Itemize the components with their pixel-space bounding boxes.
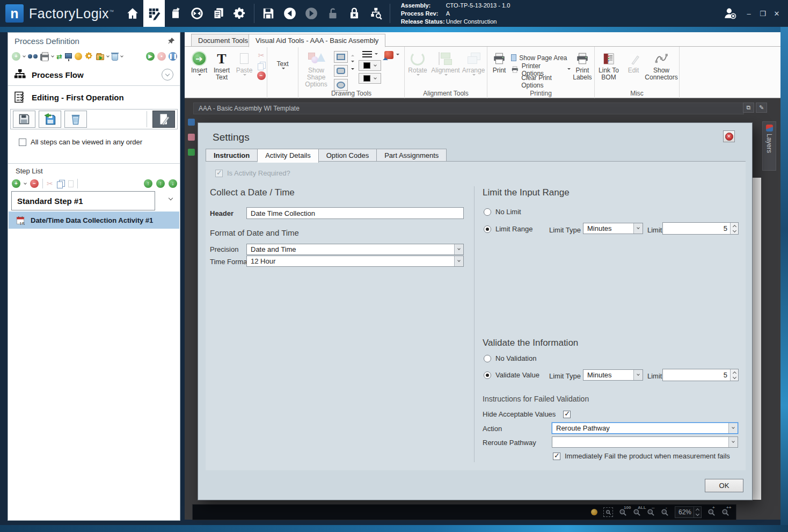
no-validation-radio[interactable]: [484, 355, 491, 362]
export-dropdown-icon[interactable]: [106, 54, 110, 57]
add-process-icon[interactable]: +: [12, 52, 20, 61]
compare-icon[interactable]: ⇄: [56, 53, 62, 61]
notify-icon[interactable]: [75, 53, 82, 60]
limit-value-stepper[interactable]: 5: [662, 222, 739, 235]
clear-print-options-button[interactable]: Clear Print Options: [511, 76, 571, 87]
delete-icon[interactable]: [112, 54, 118, 61]
immediately-fail-checkbox[interactable]: [553, 453, 560, 460]
pin-icon[interactable]: [167, 37, 176, 47]
move-step-down-icon[interactable]: ↓: [169, 179, 177, 188]
add-step-dropdown-icon[interactable]: [24, 181, 27, 185]
tab-option-codes[interactable]: Option Codes: [319, 149, 377, 162]
activity-row-selected[interactable]: 15 Date/Time Data Collection Activity #1: [9, 212, 179, 229]
line-style-button[interactable]: [362, 51, 378, 58]
release-icon[interactable]: ▶: [146, 52, 155, 61]
dialog-close-button[interactable]: ✕: [723, 130, 735, 142]
precision-select[interactable]: Date and Time: [246, 244, 464, 255]
export-icon[interactable]: [96, 54, 104, 60]
layers-tab[interactable]: Layers: [762, 121, 776, 171]
any-order-checkbox[interactable]: [19, 139, 26, 146]
zoom-selection-icon[interactable]: [603, 507, 613, 517]
alignment-button[interactable]: Alignment: [431, 49, 461, 77]
unlock-icon[interactable]: [322, 0, 344, 27]
limit-range-radio[interactable]: [484, 225, 491, 233]
line-color-picker[interactable]: [359, 60, 381, 71]
zoom-in-icon[interactable]: +: [707, 508, 716, 516]
remove-step-icon[interactable]: −: [30, 179, 39, 188]
move-step-up-icon[interactable]: ↑: [156, 179, 165, 188]
hold-icon[interactable]: ❚❚: [169, 52, 177, 61]
time-format-select[interactable]: 12 Hour: [246, 256, 464, 267]
stepper-arrows-icon[interactable]: [730, 223, 738, 234]
text-button[interactable]: Text: [270, 49, 296, 71]
tab-activity-details[interactable]: Activity Details: [258, 149, 319, 163]
validate-limit-stepper[interactable]: 5: [662, 369, 739, 381]
paste-icon[interactable]: [68, 180, 74, 187]
arrange-button[interactable]: Arrange: [461, 49, 486, 77]
insert-step-above-icon[interactable]: ↑: [144, 179, 152, 188]
add-step-icon[interactable]: +: [12, 179, 20, 188]
cut-icon[interactable]: ✂: [258, 51, 265, 60]
edit-operation-button[interactable]: [152, 111, 175, 128]
edit-template-icon[interactable]: ✎: [756, 103, 767, 113]
sync-icon[interactable]: [186, 0, 208, 27]
ok-button[interactable]: OK: [705, 479, 743, 492]
settings-gear-icon[interactable]: [229, 0, 251, 27]
no-limit-radio[interactable]: [484, 208, 491, 216]
cut-icon[interactable]: ✂: [47, 179, 53, 188]
tab-visual-aid-tools[interactable]: Visual Aid Tools - AAA - Basic Assembly: [249, 34, 385, 47]
add-dropdown-icon[interactable]: [23, 54, 26, 57]
show-shape-options-button[interactable]: Show Shape Options: [298, 49, 334, 88]
tab-document-tools[interactable]: Document Tools: [191, 34, 255, 47]
step-name-box[interactable]: Standard Step #1: [11, 191, 155, 210]
validate-value-radio[interactable]: [484, 371, 491, 379]
scroll-down-icon[interactable]: [351, 61, 354, 64]
home-icon[interactable]: [122, 0, 143, 27]
lock-cancel-icon[interactable]: [344, 0, 365, 27]
limit-type-select[interactable]: Minutes: [583, 223, 643, 234]
scroll-up-icon[interactable]: [351, 53, 354, 56]
insert-text-button[interactable]: T Insert Text: [210, 49, 233, 81]
copy-icon[interactable]: [258, 62, 265, 69]
process-settings-icon[interactable]: [85, 52, 93, 62]
back-icon[interactable]: [279, 0, 301, 27]
step-expand-icon[interactable]: [169, 196, 173, 200]
link-to-bom-button[interactable]: Link To BOM: [595, 49, 623, 81]
process-search-icon[interactable]: [365, 0, 386, 27]
print-dropdown-icon[interactable]: [51, 54, 54, 57]
close-button[interactable]: ✕: [770, 10, 784, 18]
materials-icon[interactable]: [165, 0, 186, 27]
forward-icon[interactable]: [301, 0, 322, 27]
import-operation-button[interactable]: [39, 111, 61, 128]
copy-icon[interactable]: [57, 180, 64, 187]
print-labels-button[interactable]: Print Labels: [571, 49, 594, 81]
insert-button[interactable]: ➔ Insert: [188, 49, 210, 77]
pages-view-icon[interactable]: ⧉: [743, 103, 754, 113]
header-input[interactable]: [246, 207, 464, 219]
more-shapes-icon[interactable]: [351, 68, 354, 71]
zoom-100-icon[interactable]: 100: [619, 508, 627, 516]
action-select[interactable]: Reroute Pathway: [552, 422, 738, 434]
zoom-out-icon[interactable]: -: [661, 508, 669, 516]
delete-operation-button[interactable]: [64, 111, 87, 128]
stop-icon[interactable]: ▪: [157, 52, 166, 61]
zoom-spinner[interactable]: [694, 507, 701, 518]
fill-color-picker[interactable]: [359, 73, 381, 84]
zoom-in-fast-icon[interactable]: ++: [721, 508, 729, 516]
save-icon[interactable]: [258, 0, 279, 27]
edit-button[interactable]: Edit: [623, 49, 644, 74]
collapse-icon[interactable]: [162, 69, 173, 81]
logout-user-icon[interactable]: [718, 0, 742, 27]
maximize-button[interactable]: ❒: [756, 10, 770, 18]
rounded-rectangle-shape-button[interactable]: [334, 65, 348, 77]
rotate-button[interactable]: Rotate: [405, 49, 431, 77]
rectangle-shape-button[interactable]: [334, 51, 348, 63]
minimize-button[interactable]: ‒: [742, 10, 756, 18]
zoom-level-field[interactable]: 62%: [675, 506, 702, 518]
remove-icon[interactable]: −: [257, 71, 266, 80]
show-connectors-button[interactable]: Show Connectors: [644, 49, 678, 81]
documents-icon[interactable]: [208, 0, 229, 27]
save-operation-button[interactable]: [13, 111, 35, 128]
tab-instruction[interactable]: Instruction: [206, 149, 258, 162]
hide-acceptable-checkbox[interactable]: [563, 411, 571, 418]
